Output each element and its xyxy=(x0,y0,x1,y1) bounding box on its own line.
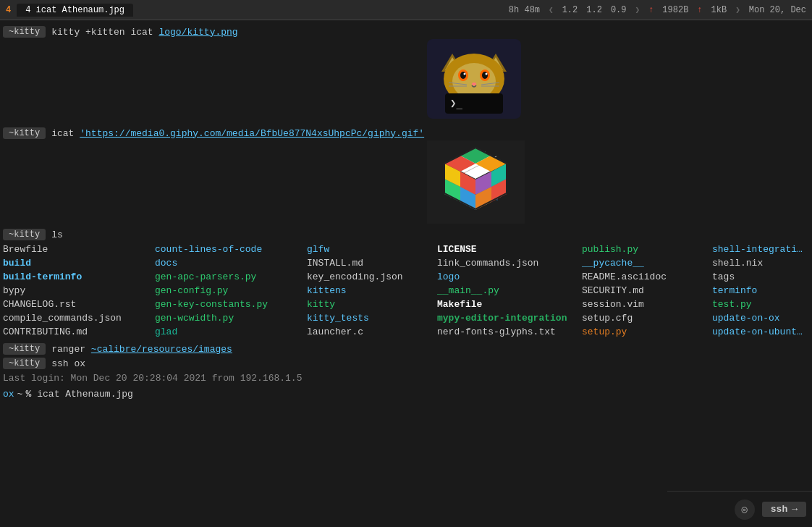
kitty-logo-svg: ❯_ xyxy=(427,39,521,119)
ox-tilde: ~ xyxy=(17,389,23,400)
ls-item: tags xyxy=(712,271,812,284)
ls-item: INSTALL.md xyxy=(307,257,437,270)
ls-item: compile_commands.json xyxy=(3,312,155,325)
prompt-badge-5: ~kitty xyxy=(3,358,46,369)
ls-item: README.asciidoc xyxy=(582,271,712,284)
ls-item: gen-wcwidth.py xyxy=(155,312,307,325)
command-text-1: kitty +kitten icat logo/kitty.png xyxy=(51,27,237,38)
ls-item: mypy-editor-integration xyxy=(437,312,582,325)
ls-col-2: count-lines-of-code docs gen-apc-parsers… xyxy=(155,243,307,339)
ls-item: test.py xyxy=(712,298,812,311)
status-bar: 4 4 icat Athenaum.jpg 8h 48m ❮ 1.2 1.2 0… xyxy=(0,0,812,20)
cmd-ssh: ssh xyxy=(51,358,74,369)
circle-button[interactable]: ◎ xyxy=(735,499,755,520)
svg-point-11 xyxy=(464,73,466,75)
ls-item: count-lines-of-code xyxy=(155,243,307,256)
ls-item: shell.nix xyxy=(712,257,812,270)
command-line-ranger: ~kitty ranger ~calibre/resources/images xyxy=(0,342,812,356)
date-display: Mon 20, Dec xyxy=(749,5,806,15)
ls-col-1: Brewfile build build-terminfo bypy CHANG… xyxy=(3,243,155,339)
ls-item: nerd-fonts-glyphs.txt xyxy=(437,326,582,339)
command-text-ssh: ssh ox xyxy=(51,358,85,369)
ls-item: shell-integrati… xyxy=(712,243,812,256)
cpu-load-3: 0.9 xyxy=(611,5,627,15)
command-line-3: ~kitty ls xyxy=(0,227,812,242)
circle-icon-symbol: ◎ xyxy=(742,503,748,515)
ls-item: build-terminfo xyxy=(3,271,155,284)
cmd-icat: icat xyxy=(51,128,80,139)
ls-item: setup.py xyxy=(582,326,712,339)
svg-point-10 xyxy=(482,72,488,79)
command-text-2: icat 'https://media0.giphy.com/media/Bfb… xyxy=(51,128,424,139)
ls-item: build xyxy=(3,257,155,270)
mem-2: 1kB xyxy=(711,5,727,15)
kitty-logo-container: ❯_ xyxy=(0,39,812,126)
ls-item: publish.py xyxy=(582,243,712,256)
ls-item: link_commands.json xyxy=(437,257,582,270)
ls-item: docs xyxy=(155,257,307,270)
mem-warn2: ↑ xyxy=(697,5,702,15)
cmd-ranger: ranger xyxy=(51,344,91,355)
ls-item: __main__.py xyxy=(437,284,582,298)
ls-item: launcher.c xyxy=(307,326,437,339)
ls-item: glfw xyxy=(307,243,437,256)
ls-item: kitty xyxy=(307,298,437,311)
ox-cmd-text: icat Athenaum.jpg xyxy=(37,389,133,400)
tab-active[interactable]: 4 icat Athenaum.jpg xyxy=(17,4,133,17)
ls-item: session.vim xyxy=(582,298,712,311)
ox-arg: Athenaum.jpg xyxy=(65,389,133,400)
ox-icat: icat xyxy=(37,389,59,400)
ls-item: CHANGELOG.rst xyxy=(3,298,155,311)
ls-item: gen-key-constants.py xyxy=(155,298,307,311)
svg-point-9 xyxy=(460,72,466,79)
cpu-load-1: 1.2 xyxy=(562,5,578,15)
arrow-right-icon: → xyxy=(792,504,798,515)
ls-item: setup.cfg xyxy=(582,312,712,325)
ox-host: ox xyxy=(3,389,14,400)
ls-output-grid: Brewfile build build-terminfo bypy CHANG… xyxy=(0,243,812,339)
prompt-badge-3: ~kitty xyxy=(3,229,46,240)
ls-item: update-on-ox xyxy=(712,312,812,325)
last-login-line: Last login: Mon Dec 20 20:28:04 2021 fro… xyxy=(0,371,812,387)
ssh-tab-button[interactable]: ssh → xyxy=(762,502,806,517)
ls-item: gen-config.py xyxy=(155,284,307,298)
ls-item: logo xyxy=(437,271,582,284)
rubik-cube-container xyxy=(0,140,812,227)
ls-item: kittens xyxy=(307,284,437,298)
rubik-cube-image xyxy=(427,140,525,224)
ls-item: Makefile xyxy=(437,298,582,311)
ls-item: glad xyxy=(155,326,307,339)
cmd-path-1[interactable]: logo/kitty.png xyxy=(158,27,237,38)
mem-warn: ↑ xyxy=(648,5,654,15)
ls-item: LICENSE xyxy=(437,243,582,256)
cmd-ssh-host: ox xyxy=(74,358,85,369)
command-text-ranger: ranger ~calibre/resources/images xyxy=(51,344,232,355)
cmd-url[interactable]: 'https://media0.giphy.com/media/BfbUe877… xyxy=(80,128,424,139)
ox-prompt-line: ox ~ % icat Athenaum.jpg xyxy=(0,387,812,401)
terminal-content: ~kitty kitty +kitten icat logo/kitty.png xyxy=(0,20,812,491)
tab-number: 4 xyxy=(6,5,11,15)
command-line-2: ~kitty icat 'https://media0.giphy.com/me… xyxy=(0,126,812,140)
ls-item: key_encoding.json xyxy=(307,271,437,284)
ls-col-4: LICENSE link_commands.json logo __main__… xyxy=(437,243,582,339)
cmd-kitten: +kitten icat xyxy=(85,27,158,38)
ls-item: gen-apc-parsers.py xyxy=(155,271,307,284)
chevron-right-1: ❯ xyxy=(635,5,640,14)
ls-col-5: publish.py __pycache__ README.asciidoc S… xyxy=(582,243,712,339)
chevron-right-2: ❯ xyxy=(735,5,740,14)
command-line-ssh: ~kitty ssh ox xyxy=(0,356,812,371)
ox-percent: % xyxy=(25,389,31,400)
ls-col-6: shell-integrati… shell.nix tags terminfo… xyxy=(712,243,812,339)
command-text-3: ls xyxy=(51,229,63,240)
command-line-1: ~kitty kitty +kitten icat logo/kitty.png xyxy=(0,25,812,39)
ls-item: kitty_tests xyxy=(307,312,437,325)
ssh-label: ssh xyxy=(771,504,787,515)
prompt-badge-4: ~kitty xyxy=(3,343,46,355)
cmd-ranger-path[interactable]: ~calibre/resources/images xyxy=(91,344,232,355)
bottom-tab-bar: ◎ ssh → xyxy=(667,491,812,527)
ls-item: SECURITY.md xyxy=(582,284,712,298)
mem-1: 1982B xyxy=(662,5,688,15)
svg-point-13 xyxy=(472,83,476,85)
chevron-left-1: ❮ xyxy=(549,5,554,14)
ls-item: bypy xyxy=(3,284,155,298)
